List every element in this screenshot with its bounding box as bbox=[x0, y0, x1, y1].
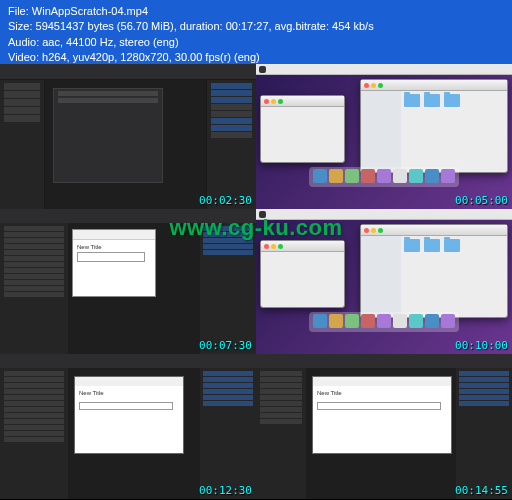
folder-icon bbox=[424, 94, 440, 107]
audio-info: Audio: aac, 44100 Hz, stereo (eng) bbox=[8, 35, 504, 50]
vs-properties bbox=[200, 223, 256, 354]
thumbnail-6: New Title 00:14:55 bbox=[256, 354, 512, 499]
folder-icon bbox=[404, 239, 420, 252]
vs-menubar bbox=[256, 354, 512, 368]
folder-icon bbox=[444, 239, 460, 252]
timestamp-6: 00:14:55 bbox=[455, 484, 508, 497]
form-label: New Title bbox=[313, 386, 451, 400]
ide-editor-area bbox=[45, 80, 206, 209]
folder-icon bbox=[404, 94, 420, 107]
form-designer: New Title bbox=[74, 376, 184, 454]
dock-item bbox=[409, 314, 423, 328]
dock-item bbox=[425, 169, 439, 183]
timestamp-2: 00:05:00 bbox=[455, 194, 508, 207]
dock-item bbox=[361, 169, 375, 183]
dock-item bbox=[329, 314, 343, 328]
form-designer: New Title bbox=[312, 376, 452, 454]
form-label: New Title bbox=[75, 386, 183, 400]
timestamp-4: 00:10:00 bbox=[455, 339, 508, 352]
dock-item bbox=[377, 169, 391, 183]
timestamp-5: 00:12:30 bbox=[199, 484, 252, 497]
dock-item bbox=[345, 169, 359, 183]
mac-menubar bbox=[256, 64, 512, 75]
mac-desktop bbox=[256, 75, 512, 188]
media-info-header: File: WinAppScratch-04.mp4 Size: 5945143… bbox=[0, 0, 512, 64]
mac-dialog-window bbox=[260, 95, 345, 163]
modal-label: New Title bbox=[77, 244, 151, 250]
watermark-text: www.cg-ku.com bbox=[169, 215, 342, 241]
dock-item bbox=[441, 314, 455, 328]
mac-finder-window bbox=[360, 79, 508, 173]
modal-titlebar bbox=[73, 230, 155, 240]
timestamp-1: 00:02:30 bbox=[199, 194, 252, 207]
vs-toolbox bbox=[0, 368, 68, 499]
mac-dialog-window bbox=[260, 240, 345, 308]
timestamp-3: 00:07:30 bbox=[199, 339, 252, 352]
dock-item bbox=[361, 314, 375, 328]
folder-icon bbox=[424, 239, 440, 252]
thumbnail-5: New Title 00:12:30 bbox=[0, 354, 256, 499]
mac-dock bbox=[309, 312, 459, 332]
thumbnail-1: 00:02:30 bbox=[0, 64, 256, 209]
finder-content bbox=[401, 91, 507, 110]
dock-item bbox=[441, 169, 455, 183]
ide-solution-explorer bbox=[0, 80, 45, 209]
dock-item bbox=[313, 169, 327, 183]
vs-designer: New Title bbox=[68, 368, 200, 499]
dock-item bbox=[377, 314, 391, 328]
video-thumbnail-grid: 00:02:30 bbox=[0, 64, 512, 499]
mac-finder-window bbox=[360, 224, 508, 318]
finder-sidebar bbox=[361, 91, 401, 172]
thumbnail-2: 00:05:00 bbox=[256, 64, 512, 209]
finder-content bbox=[401, 236, 507, 255]
dock-item bbox=[313, 314, 327, 328]
modal-input bbox=[77, 252, 145, 262]
vs-toolbox bbox=[256, 368, 306, 499]
dock-item bbox=[393, 314, 407, 328]
finder-sidebar bbox=[361, 236, 401, 317]
apple-logo-icon bbox=[259, 66, 266, 73]
file-info: File: WinAppScratch-04.mp4 bbox=[8, 4, 504, 19]
form-input bbox=[79, 402, 173, 410]
dock-item bbox=[393, 169, 407, 183]
ide-properties-panel bbox=[206, 80, 256, 209]
modal-dialog: New Title bbox=[72, 229, 156, 297]
form-input bbox=[317, 402, 441, 410]
vs-properties bbox=[200, 368, 256, 499]
folder-icon bbox=[444, 94, 460, 107]
size-info: Size: 59451437 bytes (56.70 MiB), durati… bbox=[8, 19, 504, 34]
vs-properties bbox=[456, 368, 512, 499]
ide-menubar bbox=[0, 64, 256, 80]
mac-dock bbox=[309, 167, 459, 187]
dock-item bbox=[409, 169, 423, 183]
dock-item bbox=[329, 169, 343, 183]
vs-designer: New Title bbox=[68, 223, 200, 354]
vs-toolbox bbox=[0, 223, 68, 354]
dock-item bbox=[425, 314, 439, 328]
vs-designer: New Title bbox=[306, 368, 456, 499]
vs-menubar bbox=[0, 354, 256, 368]
dock-item bbox=[345, 314, 359, 328]
